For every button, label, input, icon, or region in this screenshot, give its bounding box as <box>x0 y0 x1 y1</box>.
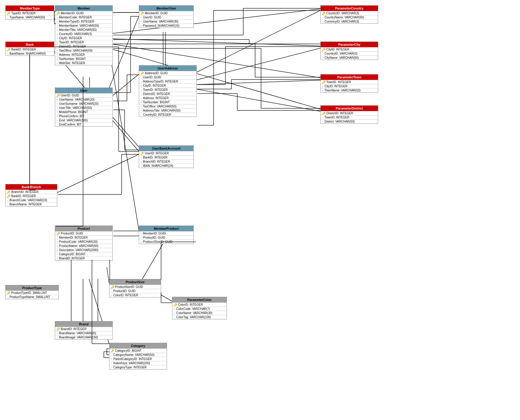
fk-icon: ○ <box>322 89 324 92</box>
field-row: ○ Address: INTEGER <box>139 96 196 100</box>
fk-icon: ○ <box>56 115 58 118</box>
field-row: 🔑 ProductID: GUID <box>55 231 112 235</box>
fk-icon: ○ <box>322 56 324 59</box>
entity-MemberUser: MemberUser 🔑 MemberID: GUID ○ UserID: GU… <box>139 5 194 28</box>
fk-icon: ○ <box>140 80 142 83</box>
field-row: ○ TaxOffice: VARCHAR(50) <box>139 104 196 108</box>
field-row: ○ TownID: INTEGER <box>139 88 196 92</box>
entity-header-Brand: Brand <box>55 321 112 327</box>
field-text: ProductSizeID: GUID <box>115 285 143 289</box>
fk-icon: ○ <box>56 106 58 110</box>
field-text: Address: INTEGER <box>143 96 169 100</box>
pk-icon: 🔑 <box>111 349 114 352</box>
field-text: CategoryType: INTEGER <box>113 366 147 369</box>
field-text: ProductName: VARCHAR(50) <box>59 244 98 248</box>
pk-icon: 🔑 <box>7 291 10 294</box>
field-row: ○ AddressTitle: VARCHAR(50) <box>139 108 196 112</box>
entity-UserAddress: UserAddress 🔑 AddressID: GUID ○ UserID: … <box>139 65 197 117</box>
svg-line-24 <box>139 243 163 285</box>
field-text: ColorID: INTEGER <box>113 294 138 297</box>
field-text: BrandName: VARCHAR(50) <box>59 332 96 335</box>
fk-icon: ○ <box>56 61 58 65</box>
fk-icon: ○ <box>56 123 58 126</box>
fk-icon: ○ <box>322 85 324 88</box>
fk-icon: ○ <box>56 236 58 239</box>
field-text: BankID: INTEGER <box>11 194 36 198</box>
field-row: 🔑 BankID: INTEGER <box>6 47 54 51</box>
fk-icon: ○ <box>56 98 58 101</box>
field-text: MobilePhone: BIGINT <box>59 110 88 114</box>
entity-UserBankAccount: UserBankAccount 🔑 UserID: INTEGER ○ Bank… <box>139 145 194 168</box>
field-text: TownName: VARCHAR(50) <box>325 89 361 92</box>
pk-icon: 🔑 <box>111 285 114 289</box>
field-text: AddressID: GUID <box>145 72 168 75</box>
field-row: ○ CategoryType: INTEGER <box>109 365 167 369</box>
fk-icon: ○ <box>111 357 112 361</box>
field-row: ○ UserID: GUID <box>139 15 193 19</box>
field-text: TownID: INTEGER <box>143 88 168 91</box>
entity-ProductSize: ProductSize 🔑 ProductSizeID: GUID ○ Prod… <box>109 279 161 297</box>
entity-MemberType: MemberType 🔑 TypeID: INTEGER ○ TypeName:… <box>5 5 54 20</box>
field-text: MemberID: INTEGER <box>59 236 88 239</box>
fk-icon: ○ <box>56 110 58 114</box>
field-text: CategoryID: BIGINT <box>59 253 85 256</box>
fk-icon: ○ <box>7 203 9 206</box>
field-text: TypeID: INTEGER <box>11 12 36 15</box>
field-text: Emil: VARCHAR(100) <box>59 119 88 122</box>
svg-line-19 <box>53 154 139 194</box>
field-text: Password: NVARCHAR(15) <box>143 24 179 27</box>
field-row: ○ UserSurname: VARCHAR(20) <box>55 102 112 106</box>
field-text: UserSurname: VARCHAR(20) <box>59 102 98 105</box>
svg-line-22 <box>107 267 109 283</box>
field-row: ○ BranchID: INTEGER <box>139 159 193 164</box>
fk-icon: ○ <box>322 16 324 19</box>
field-row: ○ District: VARCHAR(50) <box>321 119 378 123</box>
entity-header-ProductSize: ProductSize <box>109 279 161 285</box>
fk-icon: ○ <box>140 24 142 27</box>
entity-ParameterDistrict: ParameterDistrict 🔑 DistrictID: INTEGER … <box>320 105 378 124</box>
fk-icon: ○ <box>174 316 175 319</box>
field-text: CountryName: VARCHAR(50) <box>325 16 364 19</box>
entity-Product: Product 🔑 ProductID: GUID ○ MemberID: IN… <box>55 226 113 261</box>
field-text: ProducctSizeID: GUID <box>143 240 172 243</box>
fk-icon: ○ <box>56 248 58 252</box>
field-row: ○ Description: VARCHAR(2000) <box>55 248 112 252</box>
field-row: ○ BankID: INTEGER <box>139 155 193 159</box>
fk-icon: ○ <box>140 160 142 163</box>
fk-icon: ○ <box>140 84 142 87</box>
field-text: EmilConfirm: BIT <box>59 123 82 126</box>
field-row: ○ TownID: INTEGER <box>55 40 112 44</box>
field-text: DistrictID: INTEGER <box>326 112 353 115</box>
fk-icon: ○ <box>140 240 142 243</box>
field-row: ○ TaxNumber: BIGINT <box>139 100 196 104</box>
fk-icon: ○ <box>7 52 9 55</box>
pk-icon: 🔑 <box>174 303 177 306</box>
field-row: ○ BrandImage: VARCHAR(150) <box>55 335 112 339</box>
fk-icon: ○ <box>174 307 175 310</box>
field-text: ColorTag: VARCHAR(100) <box>176 316 211 319</box>
entity-Brand: Brand 🔑 BrandID: INTEGER ○ BrandName: VA… <box>55 321 113 340</box>
field-row: ○ ParentCategoryID: INTEGER <box>109 357 167 361</box>
fk-icon: ○ <box>140 232 142 235</box>
field-row: ○ UserName: VARCHAR(30) <box>139 19 193 23</box>
field-text: UserID: GUID <box>143 16 161 19</box>
field-text: UserID: GUID <box>61 94 79 97</box>
entity-ParameterCountry: ParameterCountry 🔑 CountryID: VARCHAR(3)… <box>320 5 378 24</box>
field-text: BranchID: INTEGER <box>11 190 39 194</box>
fk-icon: ○ <box>7 295 9 299</box>
entity-header-ParameterCountry: ParameterCountry <box>321 6 378 11</box>
field-row: ○ MobilePhone: BIGINT <box>55 110 112 114</box>
field-text: ColorID: INTEGER <box>178 303 203 306</box>
pk-icon: 🔑 <box>56 327 60 331</box>
fk-icon: ○ <box>7 16 9 19</box>
field-text: TownID: INTEGER <box>325 116 349 119</box>
field-text: TownID: INTEGER <box>326 80 351 84</box>
field-row: ○ CityName: VARCHAR(50) <box>321 56 378 60</box>
entity-header-ParameterColor: ParameterColor <box>172 297 227 302</box>
svg-line-18 <box>106 47 320 109</box>
svg-line-17 <box>106 43 320 78</box>
field-text: ProductTypeID: SMALLINT <box>11 291 47 294</box>
svg-line-12 <box>196 48 320 80</box>
entity-header-MemberProduct: MemberProduct <box>139 226 193 231</box>
field-text: TownID: INTEGER <box>59 41 84 44</box>
